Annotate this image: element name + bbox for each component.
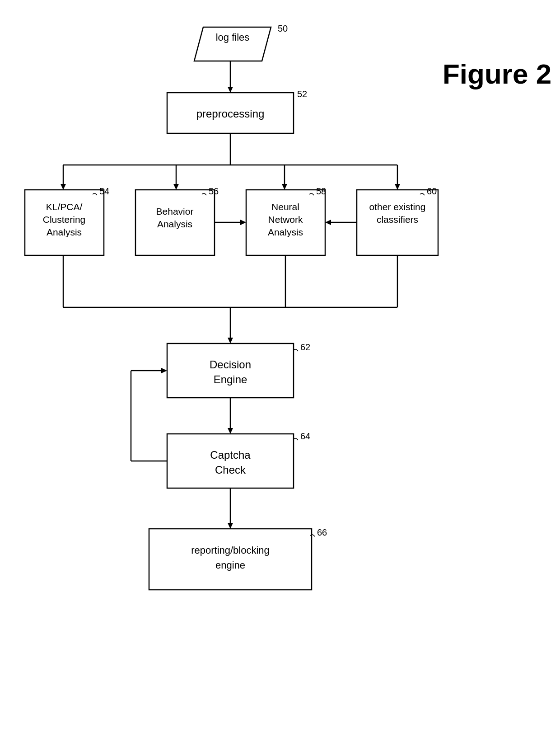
svg-marker-28: [228, 338, 233, 343]
captcha-label2: Check: [215, 464, 246, 476]
neural-label2: Network: [268, 214, 303, 225]
other-label: other existing: [369, 202, 426, 212]
label-60: 60: [427, 186, 437, 196]
log-files-label: log files: [216, 32, 250, 43]
kl-pca-label3: Analysis: [47, 227, 82, 237]
behavior-label: Behavior: [156, 206, 194, 216]
label-56: 56: [209, 186, 219, 196]
svg-marker-36: [161, 368, 167, 373]
reporting-label: reporting/blocking: [191, 545, 270, 556]
label-52: 52: [297, 89, 307, 99]
preprocessing-label: preprocessing: [196, 108, 265, 120]
kl-pca-label2: Clustering: [43, 214, 86, 225]
svg-marker-31: [228, 428, 233, 434]
neural-label: Neural: [271, 202, 299, 212]
svg-marker-19: [240, 220, 246, 225]
reporting-label2: engine: [215, 560, 245, 571]
svg-marker-13: [395, 184, 400, 190]
label-64: 64: [300, 431, 310, 441]
svg-marker-7: [61, 184, 66, 190]
svg-rect-32: [167, 434, 294, 488]
diagram-container: Figure 2 log files 50 preprocessing 52: [0, 0, 560, 729]
label-58: 58: [316, 186, 326, 196]
decision-label2: Engine: [214, 373, 247, 386]
label-62: 62: [300, 342, 310, 352]
label-54: 54: [99, 186, 109, 196]
svg-marker-21: [325, 220, 331, 225]
other-label2: classifiers: [377, 214, 418, 225]
svg-marker-2: [228, 87, 233, 93]
svg-marker-38: [228, 523, 233, 529]
captcha-label: Captcha: [210, 449, 251, 461]
decision-label: Decision: [210, 358, 251, 371]
label-66: 66: [317, 527, 327, 537]
svg-rect-29: [167, 343, 294, 398]
neural-label3: Analysis: [268, 227, 303, 237]
behavior-label2: Analysis: [157, 219, 192, 229]
label-50: 50: [278, 24, 288, 33]
svg-marker-11: [282, 184, 287, 190]
figure-label: Figure 2: [443, 58, 551, 89]
svg-marker-9: [173, 184, 179, 190]
kl-pca-label: KL/PCA/: [46, 202, 83, 212]
